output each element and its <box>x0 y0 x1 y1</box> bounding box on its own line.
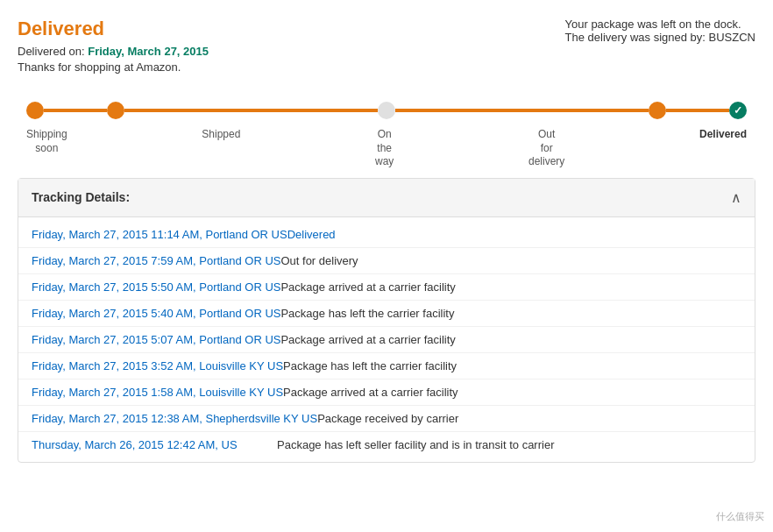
delivered-on-label: Delivered on: <box>18 45 85 58</box>
tracking-status: Out for delivery <box>280 254 741 267</box>
thanks-text: Thanks for shopping at Amazon. <box>18 60 209 74</box>
tracking-table: Friday, March 27, 2015 11:14 AM, Portlan… <box>18 217 755 462</box>
labels-row: Shippingsoon Shipped Ontheway Outfordeli… <box>26 128 747 169</box>
tracking-header: Tracking Details: ∧ <box>18 179 755 217</box>
step-out-for-delivery <box>649 102 666 119</box>
dots-row: ✓ <box>26 100 747 121</box>
step-dot-delivered: ✓ <box>729 102 747 119</box>
delivered-on-text: Delivered on: Friday, March 27, 2015 <box>18 45 209 58</box>
tracking-row: Friday, March 27, 2015 11:14 AM, Portlan… <box>18 222 755 248</box>
label-shipped: Shipped <box>202 128 240 169</box>
tracking-datetime: Friday, March 27, 2015 5:50 AM, Portland… <box>32 280 280 294</box>
tracking-section: Tracking Details: ∧ Friday, March 27, 20… <box>18 178 755 463</box>
tracking-row: Friday, March 27, 2015 5:40 AM, Portland… <box>18 301 755 327</box>
step-on-the-way <box>378 102 395 119</box>
collapse-icon[interactable]: ∧ <box>731 189 741 206</box>
tracking-row: Friday, March 27, 2015 7:59 AM, Portland… <box>18 248 755 274</box>
tracking-status: Package received by carrier <box>317 412 741 425</box>
line-1 <box>44 109 107 112</box>
label-out-for-delivery: Outfordelivery <box>528 128 564 169</box>
tracking-row: Friday, March 27, 2015 5:07 AM, Portland… <box>18 327 755 353</box>
step-dot-shipping-soon <box>26 102 44 119</box>
delivered-title: Delivered <box>18 18 209 40</box>
package-note-1: Your package was left on the dock. <box>565 18 755 31</box>
delivered-date: Friday, March 27, 2015 <box>88 45 209 58</box>
tracking-datetime: Friday, March 27, 2015 5:40 AM, Portland… <box>32 307 280 320</box>
tracking-row: Thursday, March 26, 2015 12:42 AM, USPac… <box>18 432 755 458</box>
tracking-datetime: Friday, March 27, 2015 7:59 AM, Portland… <box>32 254 280 267</box>
step-delivered: ✓ <box>729 102 747 119</box>
label-shipping-soon: Shippingsoon <box>26 128 67 169</box>
tracking-row: Friday, March 27, 2015 3:52 AM, Louisvil… <box>18 353 755 379</box>
tracking-status: Package arrived at a carrier facility <box>280 333 741 346</box>
tracking-row: Friday, March 27, 2015 12:38 AM, Shepher… <box>18 406 755 432</box>
step-dot-on-the-way <box>378 102 395 119</box>
label-delivered: Delivered <box>699 128 747 169</box>
line-2 <box>124 109 378 112</box>
package-note-2: The delivery was signed by: BUSZCN <box>565 31 755 44</box>
tracking-status: Package arrived at a carrier facility <box>283 386 741 399</box>
tracking-row: Friday, March 27, 2015 1:58 AM, Louisvil… <box>18 379 755 406</box>
tracking-datetime: Friday, March 27, 2015 3:52 AM, Louisvil… <box>32 359 283 372</box>
watermark: 什么值得买 <box>716 510 764 523</box>
tracking-status: Package has left the carrier facility <box>283 359 741 372</box>
line-4 <box>666 109 729 112</box>
tracking-status: Delivered <box>287 228 741 241</box>
tracking-status: Package has left seller facility and is … <box>277 438 741 451</box>
line-3 <box>395 109 649 112</box>
main-container: Delivered Delivered on: Friday, March 27… <box>0 0 773 472</box>
label-on-the-way: Ontheway <box>375 128 394 169</box>
step-shipped <box>107 102 124 119</box>
tracking-datetime: Friday, March 27, 2015 1:58 AM, Louisvil… <box>32 386 283 399</box>
tracking-header-title: Tracking Details: <box>32 190 130 204</box>
tracking-datetime: Friday, March 27, 2015 5:07 AM, Portland… <box>32 333 280 346</box>
right-header: Your package was left on the dock. The d… <box>565 18 755 74</box>
step-shipping-soon <box>26 102 44 119</box>
step-dot-shipped <box>107 102 124 119</box>
header-section: Delivered Delivered on: Friday, March 27… <box>18 18 755 74</box>
tracking-datetime: Thursday, March 26, 2015 12:42 AM, US <box>32 438 277 451</box>
tracking-status: Package arrived at a carrier facility <box>280 280 741 294</box>
step-dot-out-for-delivery <box>649 102 666 119</box>
progress-tracker: ✓ Shippingsoon Shipped Ontheway Outforde… <box>18 100 755 169</box>
left-header: Delivered Delivered on: Friday, March 27… <box>18 18 209 74</box>
tracking-status: Package has left the carrier facility <box>280 307 741 320</box>
tracking-datetime: Friday, March 27, 2015 12:38 AM, Shepher… <box>32 412 317 425</box>
tracking-datetime: Friday, March 27, 2015 11:14 AM, Portlan… <box>32 228 287 241</box>
tracking-row: Friday, March 27, 2015 5:50 AM, Portland… <box>18 274 755 301</box>
